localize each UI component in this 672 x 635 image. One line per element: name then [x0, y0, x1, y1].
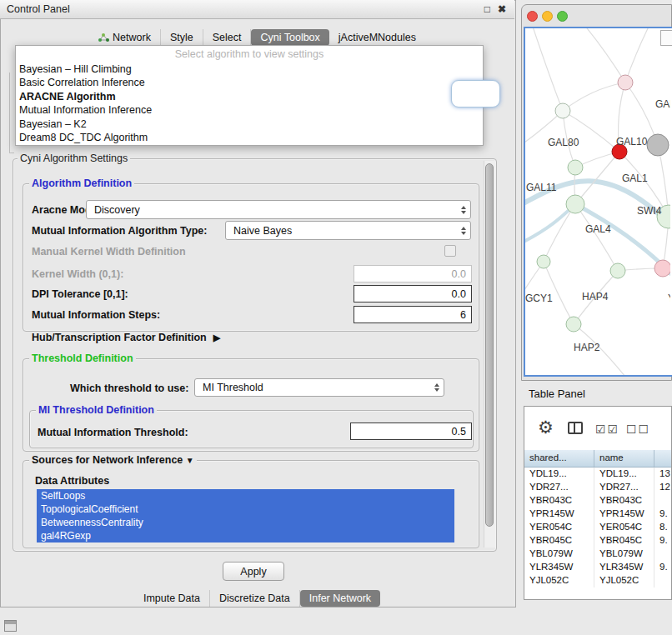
table-cell — [654, 548, 671, 561]
tab-style[interactable]: Style — [161, 29, 203, 46]
which-threshold-select[interactable]: MI Threshold — [194, 378, 444, 397]
column-header[interactable] — [654, 450, 671, 467]
table-row[interactable]: YPR145WYPR145W9. — [524, 508, 671, 521]
mi-algorithm-type-select[interactable]: Naive Bayes — [225, 221, 471, 240]
network-canvas[interactable]: GAL80GAL10GAL11GAL1SWI4GAL4GCY1HAP4HAP2G… — [525, 28, 670, 375]
table-row[interactable]: YDL19...YDL19...13 — [524, 468, 671, 481]
table-cell: YER054C — [594, 521, 654, 534]
node-label: YE — [668, 292, 670, 304]
tab-infer-network[interactable]: Infer Network — [300, 590, 380, 607]
table-row[interactable]: YLR345WYLR345W9. — [524, 561, 671, 574]
algorithm-option[interactable]: Bayesian – Hill Climbing — [16, 62, 483, 76]
mi-steps-label: Mutual Information Steps: — [32, 309, 160, 321]
tab-select[interactable]: Select — [203, 29, 252, 46]
minimize-button[interactable] — [542, 11, 553, 22]
algorithm-option[interactable]: Mutual Information Inference — [16, 103, 483, 117]
tab-impute-data[interactable]: Impute Data — [134, 590, 210, 607]
node-label: GAL1 — [622, 172, 648, 184]
node-label: GAL8 — [655, 98, 670, 110]
zoom-button[interactable] — [557, 11, 568, 22]
data-attributes-list: SelfLoopsTopologicalCoefficientBetweenne… — [37, 489, 454, 542]
stepper-icon — [461, 227, 466, 235]
algorithm-option[interactable]: Dream8 DC_TDC Algorithm — [16, 131, 483, 144]
mi-threshold-field[interactable]: 0.5 — [350, 422, 472, 440]
tab-label: Style — [170, 32, 193, 43]
network-node[interactable] — [610, 263, 625, 278]
table-body: YDL19...YDL19...13YDR27...YDR27...12YBR0… — [524, 468, 671, 588]
column-header[interactable]: name — [594, 450, 654, 467]
tab-label: Cyni Toolbox — [260, 32, 319, 43]
sources-group-title[interactable]: Sources for Network Inference ▼ — [29, 454, 197, 466]
algorithm-dropdown-popup: Select algorithm to view settings Bayesi… — [15, 45, 484, 146]
network-node[interactable] — [647, 134, 669, 156]
attribute-item[interactable]: gal4RGexp — [37, 529, 454, 542]
show-columns-icon[interactable] — [568, 422, 583, 434]
screen: Control Panel □ ✖ NetworkStyleSelectCyni… — [0, 0, 672, 635]
node-label: GAL80 — [548, 137, 579, 148]
network-node[interactable] — [568, 160, 583, 175]
algorithm-option[interactable]: Basic Correlation Inference — [16, 76, 483, 89]
float-window-icon[interactable]: □ — [484, 3, 490, 15]
minimized-panel-icon[interactable] — [4, 620, 17, 632]
network-node[interactable] — [555, 103, 570, 118]
table-cell: YDL19... — [594, 468, 654, 481]
hub-definition-toggle[interactable]: Hub/Transcription Factor Definition ▶ — [32, 332, 220, 343]
node-label: GAL10 — [616, 136, 648, 148]
deselect-all-columns-icon[interactable]: ☐☐ — [626, 422, 650, 436]
table-header: shared...name — [524, 450, 671, 468]
tab-cyni-toolbox[interactable]: Cyni Toolbox — [251, 29, 328, 46]
column-header[interactable]: shared... — [524, 450, 594, 467]
stepper-icon — [434, 383, 439, 392]
stepper-icon — [461, 206, 466, 214]
algorithm-option[interactable]: Bayesian – K2 — [16, 118, 483, 131]
kernel-width-label: Kernel Width (0,1): — [32, 268, 123, 280]
tab-discretize-data[interactable]: Discretize Data — [210, 590, 300, 607]
select-all-columns-icon[interactable]: ☑☑ — [595, 422, 619, 436]
table-row[interactable]: YDR27...YDR27...12 — [524, 481, 671, 494]
mi-threshold-group-title: MI Threshold Definition — [36, 404, 157, 416]
table-row[interactable]: YBR045CYBR045C9. — [524, 534, 671, 548]
table-cell: YBL079W — [594, 548, 654, 561]
table-row[interactable]: YBR043CYBR043C — [524, 494, 671, 508]
settings-scrollbar-thumb[interactable] — [485, 163, 494, 527]
network-node[interactable] — [566, 317, 581, 332]
network-edge — [584, 28, 625, 82]
table-row[interactable]: YJL052CYJL052C — [524, 574, 671, 588]
kernel-width-field[interactable]: 0.0 — [354, 265, 472, 282]
table-cell: YBR045C — [594, 534, 654, 548]
close-button[interactable] — [527, 11, 538, 22]
aracne-mode-select[interactable]: Discovery — [86, 200, 471, 219]
mi-steps-field[interactable]: 6 — [354, 306, 472, 323]
aracne-mode-value: Discovery — [94, 204, 140, 216]
background-field-fragment — [451, 80, 500, 108]
data-attributes-label: Data Attributes — [35, 475, 109, 487]
view-corner-widget[interactable] — [660, 30, 672, 46]
attribute-item[interactable]: SelfLoops — [37, 489, 454, 502]
algorithm-option[interactable]: ARACNE Algorithm — [16, 90, 483, 103]
close-icon[interactable]: ✖ — [498, 3, 506, 15]
table-cell — [654, 574, 671, 588]
node-label: HAP2 — [574, 342, 600, 353]
settings-gear-icon[interactable]: ⚙ — [538, 418, 554, 438]
table-row[interactable]: YER054CYER054C8. — [524, 521, 671, 534]
panel-title: Control Panel — [0, 3, 70, 15]
collapse-down-icon: ▼ — [186, 456, 194, 465]
attribute-item[interactable]: TopologicalCoefficient — [37, 502, 454, 516]
manual-kernel-width-checkbox[interactable] — [444, 245, 456, 257]
table-cell: YDL19... — [524, 468, 594, 481]
tab-label: Select — [213, 32, 242, 43]
table-row[interactable]: YBL079WYBL079W — [524, 548, 671, 561]
network-node[interactable] — [618, 75, 633, 90]
network-node[interactable] — [654, 260, 670, 277]
table-cell: YBL079W — [524, 548, 594, 561]
threshold-definition-title: Threshold Definition — [29, 352, 136, 364]
tab-network[interactable]: Network — [89, 29, 161, 46]
apply-button[interactable]: Apply — [223, 562, 284, 581]
dpi-tolerance-field[interactable]: 0.0 — [354, 285, 472, 302]
attribute-item[interactable]: BetweennessCentrality — [37, 516, 454, 529]
table-cell: 9. — [654, 561, 671, 574]
expand-right-icon: ▶ — [213, 332, 220, 343]
tab-jactivemnodules[interactable]: jActiveMNodules — [329, 29, 425, 46]
network-node[interactable] — [566, 195, 584, 213]
network-node[interactable] — [537, 255, 550, 268]
